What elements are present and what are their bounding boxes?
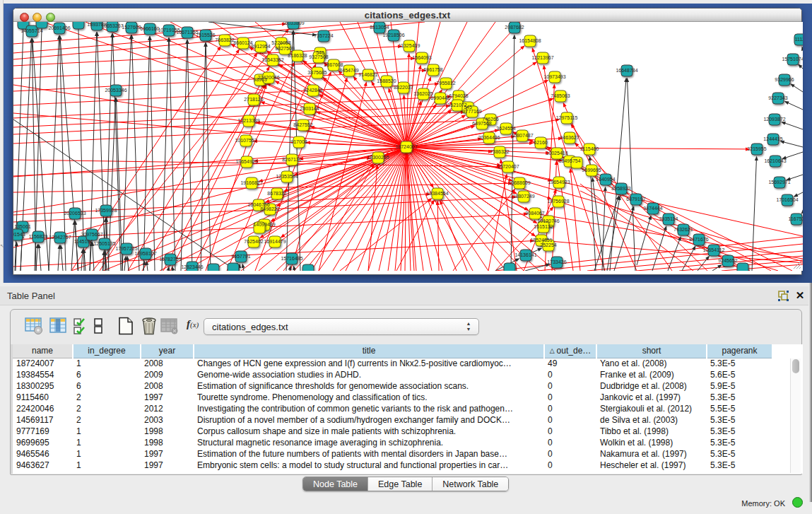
cell-year[interactable]: 1997 [141, 448, 194, 460]
table-row[interactable]: 946554611997Estimation of the future num… [13, 448, 772, 460]
table-row[interactable]: 969969511998Structural magnetic resonanc… [13, 437, 772, 448]
column-header-out_de[interactable]: △out_de… [544, 344, 596, 358]
cell-pagerank[interactable]: 5.3E-5 [707, 358, 772, 369]
cell-short[interactable]: Franke et al. (2009) [596, 369, 707, 380]
cell-year[interactable]: 1998 [141, 437, 194, 448]
graph-edge[interactable] [169, 41, 175, 271]
cell-title[interactable]: Genome-wide association studies in ADHD. [194, 369, 544, 380]
cell-short[interactable]: Dudbridge et al. (2008) [596, 380, 707, 392]
delete-table-button-disabled[interactable] [160, 317, 179, 335]
cell-in_degree[interactable]: 1 [73, 426, 141, 437]
graph-edge[interactable] [36, 247, 37, 271]
graph-edge[interactable] [409, 152, 473, 271]
graph-edge[interactable] [257, 141, 401, 147]
cell-out_de[interactable]: 0 [544, 426, 596, 437]
graph-edge[interactable] [788, 103, 803, 110]
graph-edge[interactable] [594, 199, 618, 271]
cell-year[interactable]: 2008 [141, 358, 194, 369]
cell-name[interactable]: 9699695 [13, 437, 73, 448]
cell-name[interactable]: 18300295 [13, 380, 73, 392]
graph-edge[interactable] [412, 148, 803, 262]
cell-pagerank[interactable]: 5.6E-5 [707, 369, 772, 380]
cell-in_degree[interactable]: 1 [73, 460, 141, 471]
cell-title[interactable]: Structural magnetic resonance image aver… [194, 437, 544, 448]
cell-short[interactable]: Tibbo et al. (1998) [596, 426, 707, 437]
function-builder-button[interactable]: f(x) [187, 318, 199, 330]
cell-pagerank[interactable]: 5.3E-5 [707, 426, 772, 437]
cell-title[interactable]: Disruption of a novel member of a sodium… [194, 414, 544, 426]
graph-edge[interactable] [577, 146, 707, 271]
cell-in_degree[interactable]: 1 [73, 437, 141, 448]
column-header-in_degree[interactable]: in_degree [73, 344, 141, 358]
graph-edge[interactable] [93, 245, 94, 271]
cell-out_de[interactable]: 0 [544, 380, 596, 392]
graph-edge[interactable] [442, 204, 467, 271]
cell-out_de[interactable]: 0 [544, 460, 596, 471]
toggle-rows-button[interactable] [90, 317, 108, 335]
graph-edge[interactable] [105, 37, 112, 271]
cell-pagerank[interactable]: 5.9E-5 [707, 380, 772, 392]
graph-node[interactable] [737, 263, 748, 271]
graph-edge[interactable] [58, 248, 59, 271]
cell-pagerank[interactable]: 5.3E-5 [707, 414, 772, 426]
column-header-title[interactable]: title [194, 344, 544, 358]
graph-edge[interactable] [243, 267, 244, 271]
vertical-scrollbar[interactable] [790, 358, 801, 473]
cell-pagerank[interactable]: 5.3E-5 [707, 392, 772, 403]
cell-short[interactable]: de Silva et al. (2003) [596, 414, 707, 426]
table-row[interactable]: 1872400712008Changes of HCN gene express… [13, 358, 772, 369]
graph-edge[interactable] [131, 38, 139, 271]
graph-edge[interactable] [113, 37, 121, 271]
graph-edge[interactable] [794, 86, 803, 92]
table-row[interactable]: 2242004622012Investigating the contribut… [13, 403, 772, 414]
graph-edge[interactable] [84, 252, 86, 271]
cell-in_degree[interactable]: 6 [73, 369, 141, 380]
graph-edge[interactable] [293, 34, 300, 271]
table-row[interactable]: 1830029562008Estimation of significance … [13, 380, 772, 392]
graph-edge[interactable] [147, 264, 148, 271]
graph-edge[interactable] [39, 247, 41, 271]
citation-network-graph[interactable]: 1405571420691406189378810653267152760269… [13, 22, 803, 271]
cell-short[interactable]: Nakamura et al. (1997) [596, 448, 707, 460]
cell-name[interactable]: 22420046 [13, 403, 73, 414]
cell-title[interactable]: Corpus callosum shape and size in male p… [194, 426, 544, 437]
cell-in_degree[interactable]: 1 [73, 448, 141, 460]
network-window-titlebar[interactable]: citations_edges.txt [13, 8, 801, 22]
cell-short[interactable]: Jankovic et al. (1997) [596, 392, 707, 403]
cell-out_de[interactable]: 0 [544, 403, 596, 414]
cell-year[interactable]: 1998 [141, 426, 194, 437]
graph-node[interactable] [302, 264, 314, 271]
memory-status-indicator[interactable] [792, 497, 803, 508]
graph-edge[interactable] [637, 219, 650, 265]
cell-pagerank[interactable]: 5.3E-5 [707, 437, 772, 448]
graph-edge[interactable] [797, 192, 803, 195]
cell-name[interactable]: 14569117 [13, 414, 73, 426]
graph-edge[interactable] [407, 158, 414, 271]
cell-pagerank[interactable]: 5.5E-5 [707, 403, 772, 414]
delete-columns-button[interactable] [140, 317, 158, 335]
cell-name[interactable]: 9463627 [13, 460, 73, 471]
column-header-year[interactable]: year [141, 344, 194, 358]
cell-in_degree[interactable]: 2 [73, 392, 141, 403]
graph-edge[interactable] [150, 40, 155, 271]
cell-year[interactable]: 1997 [141, 392, 194, 403]
graph-edge[interactable] [412, 147, 746, 149]
graph-edge[interactable] [122, 38, 131, 271]
graph-edge[interactable] [786, 152, 803, 158]
graph-edge[interactable] [13, 106, 447, 127]
graph-node[interactable] [208, 264, 219, 271]
show-table-settings-button[interactable] [25, 317, 43, 335]
cell-year[interactable]: 2008 [141, 380, 194, 392]
select-columns-button[interactable] [49, 317, 68, 335]
cell-in_degree[interactable]: 2 [73, 403, 141, 414]
tab-edge-table[interactable]: Edge Table [368, 477, 433, 491]
cell-year[interactable]: 2012 [141, 403, 194, 414]
graph-node[interactable] [504, 263, 515, 271]
cell-in_degree[interactable]: 1 [73, 358, 141, 369]
graph-edge[interactable] [785, 123, 803, 129]
cell-out_de[interactable]: 49 [544, 358, 596, 369]
graph-edge[interactable] [784, 142, 803, 147]
cell-title[interactable]: Changes of HCN gene expression and I(f) … [194, 358, 544, 369]
graph-edge[interactable] [124, 259, 126, 271]
graph-edge[interactable] [437, 204, 439, 271]
